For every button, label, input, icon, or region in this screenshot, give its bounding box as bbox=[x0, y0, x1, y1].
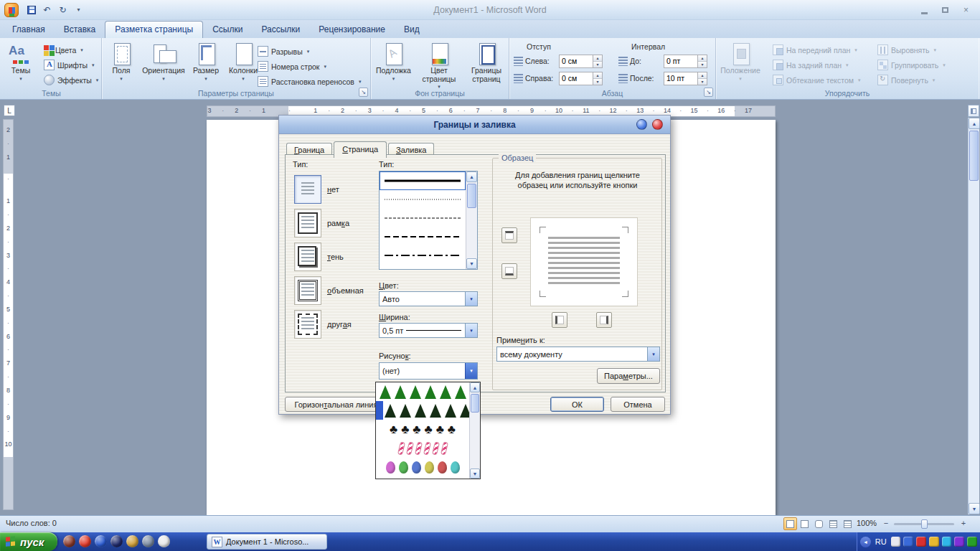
preview-left-border-button[interactable] bbox=[552, 312, 567, 328]
zoom-slider[interactable] bbox=[894, 523, 954, 525]
themes-button[interactable]: Темы ▾ bbox=[4, 40, 37, 83]
scroll-up-button[interactable]: ▲ bbox=[466, 171, 477, 182]
quick-launch-3-icon[interactable] bbox=[95, 535, 107, 547]
zoom-out-button[interactable]: − bbox=[881, 519, 891, 529]
scrollbar-thumb[interactable] bbox=[969, 131, 979, 181]
page-color-button[interactable]: Цвет страницы▾ bbox=[418, 40, 461, 91]
tray-icon-5[interactable] bbox=[942, 537, 952, 547]
margins-button[interactable]: Поля▾ bbox=[105, 40, 138, 83]
ribbon-tab-references[interactable]: Ссылки bbox=[203, 22, 252, 38]
spacing-after-increment-button[interactable]: ▴ bbox=[698, 72, 707, 78]
art-option-pine-trees-green[interactable] bbox=[376, 382, 469, 401]
theme-fonts-button[interactable]: Шрифты▾ bbox=[42, 57, 100, 72]
indent-left-input[interactable]: 0 см bbox=[559, 55, 593, 68]
preview-image[interactable] bbox=[530, 217, 638, 306]
preview-bottom-border-button[interactable] bbox=[501, 263, 517, 279]
word-count[interactable]: Число слов: 0 bbox=[6, 519, 57, 527]
zoom-in-button[interactable]: + bbox=[958, 519, 969, 529]
close-button[interactable]: × bbox=[956, 4, 976, 17]
vertical-scrollbar[interactable]: ▲ ▼ bbox=[968, 118, 979, 514]
border-type-none[interactable]: нет bbox=[291, 172, 374, 206]
tray-icon-4[interactable] bbox=[929, 537, 939, 547]
ribbon-tab-mailings[interactable]: Рассылки bbox=[252, 22, 309, 38]
theme-effects-button[interactable]: Эффекты▾ bbox=[42, 72, 100, 88]
preview-top-border-button[interactable] bbox=[501, 227, 517, 243]
scroll-down-button[interactable]: ▼ bbox=[466, 258, 477, 269]
page-setup-dialog-launcher[interactable] bbox=[359, 88, 368, 97]
spacing-after-decrement-button[interactable]: ▾ bbox=[698, 78, 707, 85]
taskbar-item-document[interactable]: Документ 1 - Microso... bbox=[207, 534, 327, 550]
ribbon-tab-page-layout[interactable]: Разметка страницы bbox=[105, 21, 203, 38]
hide-icons-chevron[interactable]: ◄ bbox=[860, 537, 871, 547]
ruler-toggle-button[interactable] bbox=[968, 105, 979, 117]
ribbon-tab-review[interactable]: Рецензирование bbox=[309, 22, 395, 38]
preview-right-border-button[interactable] bbox=[596, 312, 612, 328]
scroll-up-button[interactable]: ▲ bbox=[470, 382, 480, 392]
art-dropdown-scrollbar[interactable]: ▲ ▼ bbox=[469, 382, 480, 479]
line-style-dashed-fine[interactable] bbox=[380, 209, 466, 227]
ribbon-tab-view[interactable]: Вид bbox=[395, 22, 429, 38]
spacing-before-input[interactable]: 0 пт bbox=[664, 55, 698, 68]
tray-icon-3[interactable] bbox=[916, 537, 926, 547]
spacing-after-input[interactable]: 10 пт bbox=[664, 72, 698, 85]
page-borders-button[interactable]: Границы страниц bbox=[465, 40, 508, 91]
view-web-layout-button[interactable] bbox=[812, 517, 826, 530]
maximize-button[interactable] bbox=[936, 4, 955, 17]
indent-left-decrement-button[interactable]: ▾ bbox=[593, 61, 602, 67]
tray-icon-2[interactable] bbox=[903, 537, 913, 547]
art-option-pine-trees-black[interactable] bbox=[376, 401, 469, 420]
view-full-screen-button[interactable] bbox=[798, 517, 811, 530]
line-numbers-button[interactable]: Номера строк▾ bbox=[255, 59, 363, 74]
width-dropdown[interactable]: 0,5 пт ▾ bbox=[379, 323, 478, 338]
scroll-down-button[interactable]: ▼ bbox=[470, 468, 480, 479]
zoom-slider-thumb[interactable] bbox=[921, 519, 928, 529]
border-type-custom[interactable]: другая bbox=[291, 307, 374, 341]
language-indicator[interactable]: RU bbox=[874, 537, 888, 546]
spacing-before-decrement-button[interactable]: ▾ bbox=[698, 61, 707, 67]
line-style-listbox[interactable]: ▲ ▼ bbox=[379, 171, 478, 270]
art-option-candy-canes[interactable] bbox=[376, 438, 469, 457]
tray-icon-7[interactable] bbox=[967, 537, 977, 547]
line-style-dotted[interactable] bbox=[380, 190, 466, 209]
quick-launch-4-icon[interactable] bbox=[110, 535, 123, 547]
tray-icon-6[interactable] bbox=[954, 537, 964, 547]
scroll-down-button[interactable]: ▼ bbox=[969, 503, 980, 514]
quick-launch-2-icon[interactable] bbox=[79, 535, 91, 547]
size-button[interactable]: Размер▾ bbox=[189, 40, 222, 83]
scrollbar-thumb[interactable] bbox=[467, 184, 476, 208]
start-button[interactable]: пуск bbox=[0, 532, 57, 551]
border-type-shadow[interactable]: тень bbox=[291, 240, 374, 273]
art-dropdown[interactable]: (нет) ▾ bbox=[379, 362, 478, 380]
border-type-3d[interactable]: объемная bbox=[291, 273, 374, 307]
ribbon-tab-home[interactable]: Главная bbox=[3, 22, 55, 38]
line-style-solid[interactable] bbox=[380, 171, 466, 190]
orientation-button[interactable]: Ориентация▾ bbox=[142, 40, 185, 83]
view-outline-button[interactable] bbox=[826, 517, 840, 530]
dialog-minimize-button[interactable] bbox=[636, 119, 647, 130]
watermark-button[interactable]: Подложка▾ bbox=[374, 40, 413, 91]
view-draft-button[interactable] bbox=[841, 517, 854, 530]
view-print-layout-button[interactable] bbox=[783, 517, 797, 530]
listbox-scrollbar[interactable]: ▲ ▼ bbox=[466, 171, 477, 269]
art-option-holly-black[interactable]: ♣♣♣♣♣♣ bbox=[376, 420, 469, 438]
line-style-dash-dot[interactable] bbox=[380, 246, 466, 265]
ok-button[interactable]: ОК bbox=[550, 397, 604, 412]
quick-launch-6-icon[interactable] bbox=[142, 535, 154, 547]
scrollbar-thumb[interactable] bbox=[471, 394, 479, 413]
tray-icon-1[interactable] bbox=[891, 537, 901, 547]
apply-to-dropdown[interactable]: всему документу ▾ bbox=[496, 347, 660, 362]
tab-stop-selector[interactable]: L bbox=[4, 105, 15, 116]
quick-launch-1-icon[interactable] bbox=[63, 535, 75, 547]
breaks-button[interactable]: Разрывы▾ bbox=[255, 44, 363, 59]
options-button[interactable]: Параметры... bbox=[597, 368, 660, 384]
quick-launch-7-icon[interactable] bbox=[158, 535, 170, 547]
indent-right-increment-button[interactable]: ▴ bbox=[593, 72, 602, 78]
art-option-balloons[interactable] bbox=[376, 457, 469, 476]
ribbon-tab-insert[interactable]: Вставка bbox=[55, 22, 105, 38]
dialog-tab-page[interactable]: Страница bbox=[334, 141, 387, 158]
line-style-dashed[interactable] bbox=[380, 227, 466, 246]
hyphenation-button[interactable]: Расстановка переносов▾ bbox=[255, 74, 363, 89]
color-dropdown[interactable]: Авто ▾ bbox=[379, 291, 478, 306]
border-type-box[interactable]: рамка bbox=[291, 206, 374, 240]
spacing-before-increment-button[interactable]: ▴ bbox=[698, 55, 707, 61]
